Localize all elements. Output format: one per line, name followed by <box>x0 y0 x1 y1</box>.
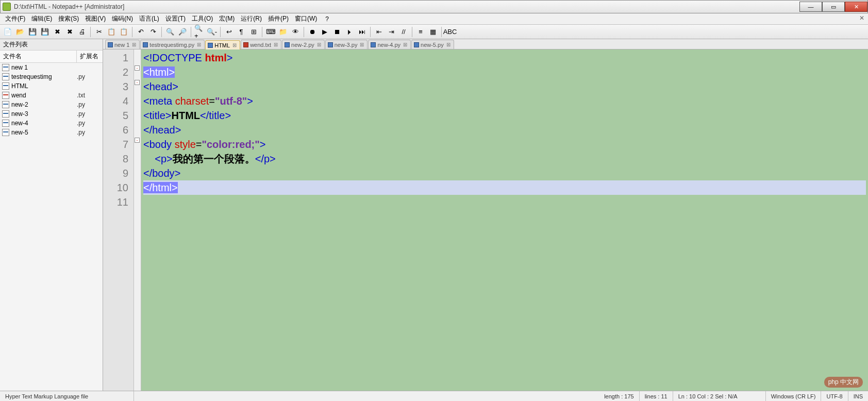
allchars-icon[interactable]: ¶ <box>236 26 247 38</box>
close-all-icon[interactable]: ✖ <box>64 26 75 38</box>
menu-item-0[interactable]: 文件(F) <box>2 14 28 23</box>
code-line[interactable]: <head> <box>143 79 866 94</box>
code-line[interactable]: <!DOCTYPE html> <box>143 51 866 65</box>
zoom-out-icon[interactable]: 🔍- <box>206 26 218 38</box>
code-line[interactable]: <p>我的第一个段落。</p> <box>143 152 866 166</box>
wordwrap-icon[interactable]: ↩ <box>223 26 235 38</box>
menu-item-9[interactable]: 运行(R) <box>238 14 265 23</box>
fold-toggle[interactable]: - <box>135 65 140 71</box>
editor[interactable]: 1234567891011 --- <!DOCTYPE html><html><… <box>103 49 868 391</box>
tab-close-icon[interactable]: ⊠ <box>360 42 364 47</box>
stop-icon[interactable]: ⏹ <box>331 26 343 38</box>
tab-close-icon[interactable]: ⊠ <box>446 42 450 47</box>
file-row[interactable]: new-4.py <box>0 119 103 128</box>
tab-close-icon[interactable]: ⊠ <box>197 42 201 47</box>
record-icon[interactable]: ⏺ <box>307 26 318 38</box>
menu-item-3[interactable]: 视图(V) <box>82 14 109 23</box>
tab[interactable]: testrequestimg.py⊠ <box>140 40 205 49</box>
file-row[interactable]: wend.txt <box>0 91 103 100</box>
lang-icon[interactable]: ⌨ <box>265 26 276 38</box>
tab-close-icon[interactable]: ⊠ <box>274 42 278 47</box>
file-row[interactable]: new-2.py <box>0 100 103 109</box>
file-row[interactable]: HTML <box>0 81 103 91</box>
copy-icon[interactable]: 📋 <box>106 26 117 38</box>
tab-close-icon[interactable]: ⊠ <box>132 42 136 47</box>
tab-file-icon <box>328 42 333 47</box>
doc-map-icon[interactable]: ▦ <box>427 26 439 38</box>
undo-icon[interactable]: ↶ <box>135 26 146 38</box>
tab[interactable]: HTML⊠ <box>205 40 240 49</box>
status-eol[interactable]: Windows (CR LF) <box>766 391 822 401</box>
tab[interactable]: new-3.py⊠ <box>325 40 368 49</box>
close-button[interactable]: ✕ <box>845 2 867 12</box>
menu-item-8[interactable]: 宏(M) <box>216 14 238 23</box>
zoom-in-icon[interactable]: 🔍+ <box>194 26 205 38</box>
spellcheck-icon[interactable]: ABC <box>444 26 456 38</box>
tab[interactable]: wend.txt⊠ <box>241 40 281 49</box>
file-row[interactable]: testrequestimg.py <box>0 72 103 81</box>
folder-icon[interactable]: 📁 <box>277 26 289 38</box>
code-line[interactable]: <title>HTML</title> <box>143 108 866 123</box>
code-area[interactable]: <!DOCTYPE html><html><head><meta charset… <box>141 49 868 391</box>
menu-item-6[interactable]: 设置(T) <box>162 14 189 23</box>
menu-item-4[interactable]: 编码(N) <box>109 14 136 23</box>
indent-right-icon[interactable]: ⇥ <box>386 26 397 38</box>
comment-icon[interactable]: // <box>398 26 409 38</box>
tab-close-icon[interactable]: ⊠ <box>232 42 237 48</box>
code-line[interactable]: <meta charset="utf-8"> <box>143 94 866 108</box>
menu-item-5[interactable]: 语言(L) <box>136 14 162 23</box>
play-icon[interactable]: ▶ <box>319 26 330 38</box>
menu-help[interactable]: ? <box>322 14 332 24</box>
cut-icon[interactable]: ✂ <box>93 26 105 38</box>
save-all-icon[interactable]: 💾 <box>39 26 51 38</box>
file-list[interactable]: new 1testrequestimg.pyHTMLwend.txtnew-2.… <box>0 63 103 391</box>
status-insert-mode[interactable]: INS <box>848 391 868 401</box>
save-icon[interactable]: 💾 <box>27 26 38 38</box>
tab[interactable]: new-4.py⊠ <box>368 40 411 49</box>
menu-item-10[interactable]: 插件(P) <box>265 14 292 23</box>
col-filename[interactable]: 文件名 <box>0 51 77 62</box>
code-line[interactable] <box>143 195 866 209</box>
menu-item-1[interactable]: 编辑(E) <box>28 14 55 23</box>
fast-icon[interactable]: ⏭ <box>356 26 368 38</box>
tab[interactable]: new-2.py⊠ <box>282 40 325 49</box>
code-line[interactable]: <body style="color:red;"> <box>143 137 866 152</box>
code-line[interactable]: </html> <box>143 180 866 195</box>
function-list-icon[interactable]: ≡ <box>415 26 426 38</box>
doc-close-button[interactable]: ✕ <box>858 14 866 23</box>
find-icon[interactable]: 🔍 <box>164 26 176 38</box>
new-file-icon[interactable]: 📄 <box>2 26 13 38</box>
close-icon[interactable]: ✖ <box>52 26 63 38</box>
file-row[interactable]: new-5.py <box>0 128 103 137</box>
tab-close-icon[interactable]: ⊠ <box>403 42 407 47</box>
replace-icon[interactable]: 🔎 <box>177 26 188 38</box>
file-name: wend <box>11 92 77 99</box>
monitor-icon[interactable]: 👁 <box>290 26 301 38</box>
open-file-icon[interactable]: 📂 <box>14 26 26 38</box>
maximize-button[interactable]: ▭ <box>822 2 845 12</box>
fold-toggle[interactable]: - <box>135 138 140 143</box>
play2-icon[interactable]: ⏵ <box>344 26 355 38</box>
minimize-button[interactable]: — <box>799 2 822 12</box>
tab[interactable]: new-5.py⊠ <box>411 40 454 49</box>
col-ext[interactable]: 扩展名 <box>77 51 103 62</box>
code-line[interactable]: <html> <box>143 65 866 79</box>
tab[interactable]: new 1⊠ <box>105 40 140 49</box>
file-row[interactable]: new 1 <box>0 63 103 72</box>
fold-column[interactable]: --- <box>134 49 141 391</box>
indent-guide-icon[interactable]: ⊞ <box>248 26 259 38</box>
paste-icon[interactable]: 📋 <box>118 26 129 38</box>
fold-toggle[interactable]: - <box>135 80 140 85</box>
code-line[interactable]: </head> <box>143 123 866 137</box>
file-row[interactable]: new-3.py <box>0 109 103 119</box>
file-ext: .py <box>77 110 101 118</box>
redo-icon[interactable]: ↷ <box>147 26 159 38</box>
indent-left-icon[interactable]: ⇤ <box>373 26 385 38</box>
menu-item-11[interactable]: 窗口(W) <box>292 14 320 23</box>
tab-close-icon[interactable]: ⊠ <box>317 42 321 47</box>
print-icon[interactable]: 🖨 <box>76 26 88 38</box>
menu-item-2[interactable]: 搜索(S) <box>55 14 82 23</box>
status-encoding[interactable]: UTF-8 <box>821 391 848 401</box>
menu-item-7[interactable]: 工具(O) <box>189 14 216 23</box>
code-line[interactable]: </body> <box>143 166 866 180</box>
